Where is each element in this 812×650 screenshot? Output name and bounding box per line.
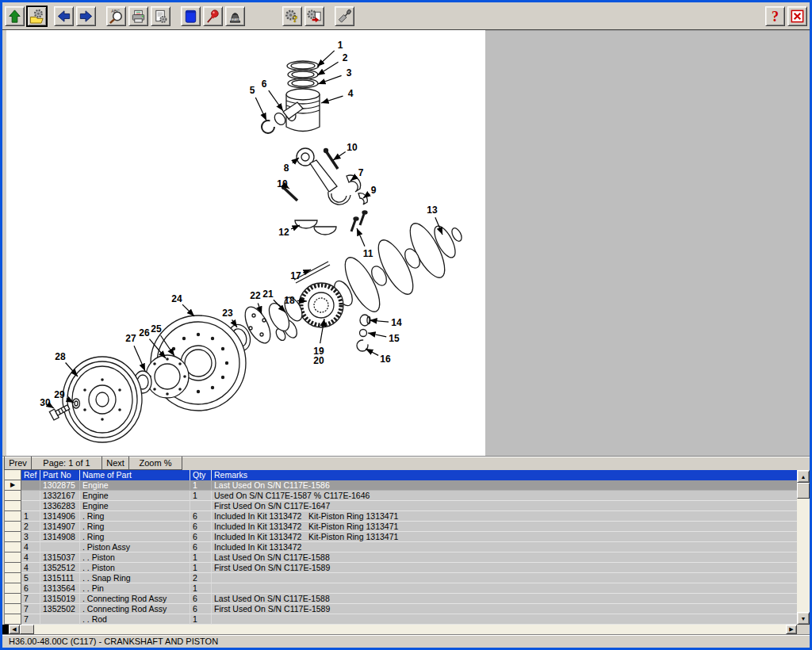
cell-partno[interactable]: 1314907 xyxy=(40,522,80,532)
cell-qty[interactable]: 1 xyxy=(190,563,212,573)
cell-qty[interactable]: 1 xyxy=(190,583,212,594)
toolbar-up-button[interactable] xyxy=(5,6,25,26)
cell-partno[interactable] xyxy=(40,614,80,625)
horizontal-scroll-thumb[interactable] xyxy=(20,625,34,634)
cell-remarks[interactable]: Included In Kit 1313472 Kit-Piston Ring … xyxy=(212,532,797,542)
row-selector-cell[interactable] xyxy=(5,542,21,552)
cell-name[interactable]: . . Pin xyxy=(80,583,190,594)
table-row[interactable]: 4 1315037 . . Piston 1 Last Used On S/N … xyxy=(5,552,797,563)
row-selector-cell[interactable] xyxy=(5,614,21,625)
table-row[interactable]: 1336283 Engine First Used On S/N C117E-1… xyxy=(5,501,797,511)
cell-qty[interactable] xyxy=(190,501,212,511)
cell-qty[interactable]: 1 xyxy=(190,614,212,625)
cell-remarks[interactable]: Included In Kit 1313472 Kit-Piston Ring … xyxy=(212,511,797,522)
toolbar-pin-button[interactable] xyxy=(203,6,223,26)
horizontal-scroll-track[interactable] xyxy=(34,625,786,634)
cell-name[interactable]: . . Rod xyxy=(80,614,190,625)
cell-remarks[interactable]: First Used On S/N C117E-1589 xyxy=(212,604,797,614)
cell-qty[interactable]: 6 xyxy=(190,511,212,522)
row-selector-cell[interactable]: ▶ xyxy=(5,480,21,491)
cell-remarks[interactable] xyxy=(212,614,797,625)
col-header-name[interactable]: Name of Part xyxy=(80,470,190,480)
cell-ref[interactable]: 5 xyxy=(21,573,40,583)
zoom-control[interactable]: Zoom % xyxy=(128,457,182,470)
cell-ref[interactable]: 4 xyxy=(21,563,40,573)
toolbar-notes-button[interactable] xyxy=(181,6,201,26)
cell-name[interactable]: Engine xyxy=(80,491,190,501)
cell-qty[interactable]: 6 xyxy=(190,532,212,542)
table-row[interactable]: 6 1313564 . . Pin 1 xyxy=(5,583,797,594)
row-selector-cell[interactable] xyxy=(5,604,21,614)
cell-remarks[interactable]: First Used On S/N C117E-1589 xyxy=(212,563,797,573)
cell-remarks[interactable]: Included In Kit 1313472 Kit-Piston Ring … xyxy=(212,522,797,532)
cell-ref[interactable] xyxy=(21,480,40,491)
cell-qty[interactable]: 1 xyxy=(190,491,212,501)
scroll-down-button[interactable]: ▼ xyxy=(797,612,810,625)
row-selector-cell[interactable] xyxy=(5,491,21,501)
row-selector-cell[interactable] xyxy=(5,563,21,573)
cell-name[interactable]: . Connecting Rod Assy xyxy=(80,604,190,614)
cell-name[interactable]: . Connecting Rod Assy xyxy=(80,594,190,604)
vertical-scroll-track[interactable] xyxy=(797,499,810,612)
vertical-scroll-thumb[interactable] xyxy=(797,483,810,499)
cell-qty[interactable]: 1 xyxy=(190,480,212,491)
table-row[interactable]: 1 1314906 . Ring 6 Included In Kit 13134… xyxy=(5,511,797,522)
col-header-qty[interactable]: Qty xyxy=(190,470,212,480)
table-row[interactable]: ▶ 1302875 Engine 1 Last Used On S/N C117… xyxy=(5,480,797,491)
cell-ref[interactable]: 7 xyxy=(21,614,40,625)
cell-ref[interactable]: 4 xyxy=(21,552,40,563)
cell-partno[interactable]: 1314906 xyxy=(40,511,80,522)
cell-ref[interactable]: 3 xyxy=(21,532,40,542)
col-header-partno[interactable]: Part No xyxy=(40,470,80,480)
toolbar-print-button[interactable] xyxy=(128,6,148,26)
toolbar-weights-button[interactable]: GEARS xyxy=(225,6,245,26)
cell-partno[interactable]: 1332167 xyxy=(40,491,80,501)
toolbar-search-button[interactable]: ABC xyxy=(106,6,126,26)
row-selector-cell[interactable] xyxy=(5,583,21,594)
cell-qty[interactable]: 6 xyxy=(190,604,212,614)
cell-remarks[interactable]: First Used On S/N C117E-1647 xyxy=(212,501,797,511)
table-row[interactable]: 4 . Piston Assy 6 Included In Kit 131347… xyxy=(5,542,797,552)
cell-name[interactable]: . Ring xyxy=(80,532,190,542)
cell-name[interactable]: . Piston Assy xyxy=(80,542,190,552)
cell-remarks[interactable]: Used On S/N C117E-1587 % C117E-1646 xyxy=(212,491,797,501)
cell-ref[interactable]: 6 xyxy=(21,583,40,594)
col-header-ref[interactable]: Ref xyxy=(21,470,40,480)
scroll-left-button[interactable]: ◀ xyxy=(9,625,20,634)
table-row[interactable]: 7 1352502 . Connecting Rod Assy 6 First … xyxy=(5,604,797,614)
cell-name[interactable]: . . Piston xyxy=(80,552,190,563)
cell-partno[interactable]: 1315111 xyxy=(40,573,80,583)
cell-ref[interactable]: 4 xyxy=(21,542,40,552)
table-row[interactable]: 7 . . Rod 1 xyxy=(5,614,797,625)
cell-remarks[interactable] xyxy=(212,573,797,583)
cell-ref[interactable]: 7 xyxy=(21,594,40,604)
close-button[interactable] xyxy=(787,6,807,26)
table-row[interactable]: 3 1314908 . Ring 6 Included In Kit 13134… xyxy=(5,532,797,542)
row-selector-cell[interactable] xyxy=(5,532,21,542)
row-selector-cell[interactable] xyxy=(5,594,21,604)
cell-remarks[interactable]: Included In Kit 1313472 xyxy=(212,542,797,552)
toolbar-trowel-button[interactable] xyxy=(335,6,354,26)
next-page-button[interactable]: Next xyxy=(102,457,129,470)
table-row[interactable]: 7 1315019 . Connecting Rod Assy 6 Last U… xyxy=(5,594,797,604)
row-selector-cell[interactable] xyxy=(5,511,21,522)
row-selector-cell[interactable] xyxy=(5,552,21,563)
help-button[interactable]: ? xyxy=(765,6,785,26)
table-row[interactable]: 5 1315111 . . Snap Ring 2 xyxy=(5,573,797,583)
cell-remarks[interactable] xyxy=(212,583,797,594)
cell-ref[interactable]: 2 xyxy=(21,522,40,532)
row-selector-cell[interactable] xyxy=(5,573,21,583)
cell-qty[interactable]: 1 xyxy=(190,552,212,563)
prev-page-button[interactable]: Prev xyxy=(4,457,32,470)
cell-name[interactable]: . . Piston xyxy=(80,563,190,573)
cell-name[interactable]: . . Snap Ring xyxy=(80,573,190,583)
grid-horizontal-scrollbar[interactable]: ◀ ▶ xyxy=(2,625,810,634)
table-row[interactable]: 2 1314907 . Ring 6 Included In Kit 13134… xyxy=(5,522,797,532)
cell-ref[interactable]: 7 xyxy=(21,604,40,614)
cell-partno[interactable]: 1352502 xyxy=(40,604,80,614)
cell-qty[interactable]: 6 xyxy=(190,522,212,532)
toolbar-catalog-button[interactable] xyxy=(27,6,47,26)
cell-partno[interactable]: 1352512 xyxy=(40,563,80,573)
cell-ref[interactable] xyxy=(21,491,40,501)
row-selector-cell[interactable] xyxy=(5,501,21,511)
